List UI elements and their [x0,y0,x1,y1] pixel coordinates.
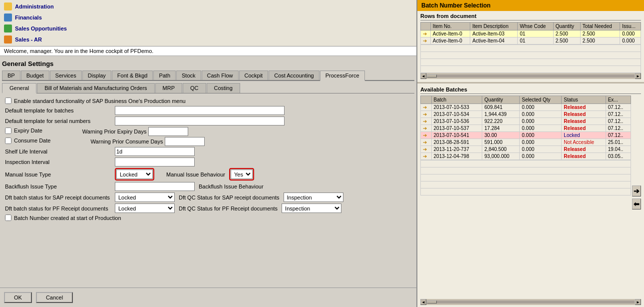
rows-scrollbar[interactable]: ◄ ► [420,73,641,79]
batch-number-panel: Batch Number Selection Rows from documen… [417,0,644,307]
tab2-bom[interactable]: Bill of Materials and Manufacturing Orde… [37,83,154,93]
col-total-needed: Total Needed [580,22,620,30]
list-item[interactable]: ➔ 2013-07-10-533 609.841 0.000 Released … [421,104,631,111]
dft-batch-pf-select[interactable]: Locked [115,204,175,213]
col-whse: Whse Code [518,22,554,30]
row-issue: 0.000 [620,30,641,38]
expiry-date-checkbox[interactable] [5,128,11,134]
batch-selected-qty: 0.000 [520,111,562,118]
settings-content: Enable standard functionality of SAP Bus… [2,94,414,227]
batch-icon: ➔ [421,125,432,132]
batch-quantity: 93,000.000 [482,153,520,160]
consume-date-checkbox[interactable] [5,138,11,144]
scroll-right-btn[interactable]: ► [635,73,641,79]
batches-scroll-right[interactable]: ► [635,299,641,305]
batch-col-quantity: Quantity [482,96,520,104]
batch-icon: ➔ [421,153,432,160]
sidebar-item-financials[interactable]: Financials [0,12,416,23]
tab-cash-flow[interactable]: Cash Flow [202,70,239,80]
shelf-life-label: Shelf Life Interval [5,148,115,154]
batches-scroll-thumb [427,300,437,304]
col-item-desc: Item Description [470,22,518,30]
backflush-input[interactable] [115,182,195,191]
expiry-consume-row: Expiry Date Warning Prior Expiry Days [5,127,411,136]
batch-icon: ➔ [421,132,432,139]
backflush-behaviour-label: Backflush Issue Behaviour [199,184,264,190]
welcome-text: Welcome, manager. You are in the Home co… [4,48,153,54]
list-item[interactable]: ➔ 2013-07-10-536 922.220 0.000 Released … [421,118,631,125]
batch-nav-arrows: ➔ ⬅ [632,96,641,299]
shelf-life-row: Shelf Life Interval [5,147,411,156]
batch-ex: 07.12.. [606,104,631,111]
batch-status: Released [562,104,606,111]
list-item[interactable]: ➔ 2013-07-10-534 1,944.439 0.000 Release… [421,111,631,118]
default-template-serial-input[interactable] [115,116,285,126]
tab-cockpit[interactable]: Cockpit [239,70,269,80]
available-batches-title: Available Batches [420,86,641,94]
sidebar-item-sales-opportunities[interactable]: Sales Opportunities [0,23,416,34]
batch-status: Released [562,125,606,132]
scroll-left-btn[interactable]: ◄ [420,73,426,79]
tab-budget[interactable]: Budget [21,70,49,80]
batches-scrollbar[interactable]: ◄ ► [420,299,641,305]
batches-scroll-track [427,300,635,304]
default-template-batches-input[interactable] [115,106,285,115]
batch-name: 2013-12-04-798 [431,153,482,160]
warning-prior-consume-input[interactable] [165,137,205,146]
dft-batch-pf-label: Dft batch status for PF Receipt document… [5,206,115,212]
dft-qc-sap-select[interactable]: Inspection [284,192,343,202]
col-item-no: Item No. [430,22,470,30]
tab2-qc[interactable]: QC [183,83,206,93]
batch-number-row: Batch Number created at start of Product… [5,214,411,221]
batch-col-icon [421,96,432,104]
tab-stock[interactable]: Stock [176,70,201,80]
tab2-general[interactable]: General [2,83,36,94]
enable-standard-checkbox[interactable] [5,98,11,104]
dft-qc-pf-select[interactable]: Inspection [282,204,341,213]
tab-path[interactable]: Path [153,70,176,80]
manual-issue-behaviour-select[interactable]: Yes No [231,170,253,179]
list-item[interactable]: ➔ 2013-11-20-737 2,840.500 0.000 Release… [421,146,631,153]
tab2-mrp[interactable]: MRP [155,83,182,93]
inspection-row: Inspection Interval [5,158,411,166]
tab-bp[interactable]: BP [2,70,20,80]
tab-cost-accounting[interactable]: Cost Accounting [269,70,320,80]
batch-name: 2013-07-10-536 [431,118,482,125]
shelf-life-input[interactable] [115,147,195,156]
tab2-costing[interactable]: Costing [207,83,240,93]
general-settings-area: General Settings BP Budget Services Disp… [0,56,416,288]
table-row[interactable]: ➔ Active-Item-0 Active-Item-04 01 2.500 … [421,38,641,44]
batch-quantity: 17.284 [482,125,520,132]
row-whse: 01 [518,30,554,38]
secondary-tab-bar: General Bill of Materials and Manufactur… [2,83,414,94]
batch-selected-qty: 0.000 [520,125,562,132]
ok-button[interactable]: OK [4,292,32,303]
batches-scroll-left[interactable]: ◄ [420,299,426,305]
batch-status: Released [562,111,606,118]
tab-services[interactable]: Services [50,70,82,80]
tab-display[interactable]: Display [82,70,111,80]
list-item[interactable]: ➔ 2013-07-10-541 30.00 0.000 Locked 07.1… [421,132,631,139]
list-item[interactable]: ➔ 2013-08-28-591 591.000 0.000 Not Acces… [421,139,631,146]
table-row[interactable]: ➔ Active-Item-0 Active-Item-03 01 2.500 … [421,30,641,38]
dft-batch-sap-select[interactable]: Locked [115,192,175,202]
manual-issue-select-wrapper: Locked Released [115,168,154,180]
nav-arrow-right-btn[interactable]: ➔ [632,186,641,196]
warning-prior-expiry-input[interactable] [148,127,188,136]
row-quantity: 2.500 [553,30,580,38]
list-item[interactable]: ➔ 2013-12-04-798 93,000.000 0.000 Releas… [421,153,631,160]
nav-arrow-left-btn[interactable]: ⬅ [632,198,641,210]
sidebar-item-administration[interactable]: Administration [0,1,416,12]
bottom-bar: OK Cancel [0,288,416,307]
batch-selected-qty: 0.000 [520,146,562,153]
sidebar-item-sales-ar[interactable]: Sales - AR [0,34,416,45]
page-title: General Settings [2,58,414,70]
batch-number-checkbox[interactable] [5,214,11,221]
batch-name: 2013-08-28-591 [431,139,482,146]
tab-processforce[interactable]: ProcessForce [320,70,365,81]
list-item[interactable]: ➔ 2013-07-10-537 17.284 0.000 Released 0… [421,125,631,132]
manual-issue-select[interactable]: Locked Released [116,170,153,179]
cancel-button[interactable]: Cancel [36,292,73,303]
tab-font-bkgd[interactable]: Font & Bkgd [112,70,153,80]
inspection-input[interactable] [115,158,195,166]
